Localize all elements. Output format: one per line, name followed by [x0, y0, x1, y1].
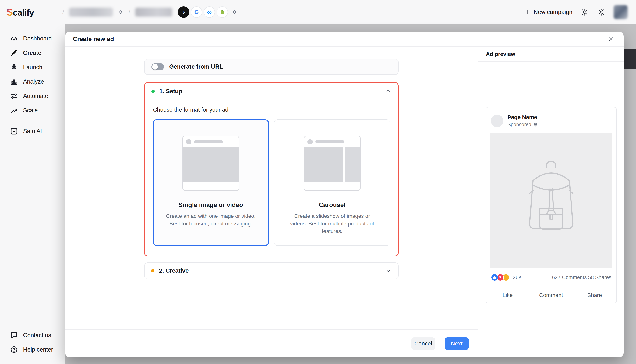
topbar-actions: New campaign [524, 5, 628, 19]
format-card-title: Single image or video [178, 202, 243, 208]
sidebar-item-dashboard[interactable]: Dashboard [0, 32, 65, 46]
generate-from-url-toggle[interactable] [151, 63, 164, 70]
cancel-button[interactable]: Cancel [411, 337, 435, 350]
page-name: Page Name [507, 114, 538, 120]
modal-title: Create new ad [73, 36, 114, 42]
reactions-count: 26K [513, 274, 522, 280]
create-new-ad-modal: Create new ad Generate from URL 1. Setup [65, 32, 623, 358]
sponsored-label: Sponsored [507, 122, 531, 128]
channel-updown-icon[interactable] [232, 9, 237, 15]
format-question: Choose the format for your ad [153, 106, 390, 113]
sparkle-icon [10, 127, 18, 136]
mockup-footer [304, 182, 360, 190]
mockup-header [304, 136, 360, 148]
creative-status-dot [151, 269, 154, 272]
ad-image-placeholder [490, 133, 612, 268]
page-avatar [491, 114, 503, 127]
sliders-icon [10, 92, 18, 100]
chevron-up-icon[interactable] [385, 88, 392, 95]
format-card-description: Create an ad with one image or video. Be… [154, 212, 268, 228]
creative-label: 2. Creative [159, 267, 189, 274]
account-selector-redacted[interactable] [135, 8, 172, 17]
setup-section: 1. Setup Choose the format for your ad [144, 82, 399, 256]
next-button[interactable]: Next [445, 337, 469, 350]
theme-toggle-sun-icon[interactable] [581, 8, 589, 16]
mockup-image-block [183, 148, 239, 182]
trend-up-icon [10, 106, 18, 114]
chevron-down-icon[interactable] [385, 267, 392, 274]
ad-preview-title: Ad preview [478, 47, 623, 62]
comments-shares-count: 627 Comments 58 Shares [552, 274, 611, 280]
sidebar-item-analyze[interactable]: Analyze [0, 74, 65, 89]
ad-preview-panel: Ad preview Page Name Sponsored [478, 47, 623, 358]
chat-bubble-icon [10, 331, 18, 340]
sidebar-item-label: Contact us [23, 332, 51, 339]
format-card-title: Carousel [319, 202, 346, 208]
channel-icons: ♪ G ∞ [178, 6, 237, 18]
setup-section-body: Choose the format for your ad [145, 100, 398, 256]
mockup-carousel-blocks [304, 148, 360, 182]
globe-icon [533, 122, 538, 127]
google-icon[interactable]: G [191, 6, 202, 18]
logo-text: calify [13, 7, 34, 18]
new-campaign-button[interactable]: New campaign [524, 9, 572, 16]
topbar: Scalify / / ♪ G ∞ New campaign [0, 0, 636, 24]
new-campaign-label: New campaign [534, 9, 572, 16]
sidebar-item-create[interactable]: Create [0, 46, 65, 60]
sidebar-item-label: Analyze [23, 78, 44, 85]
meta-icon[interactable]: ∞ [204, 6, 215, 18]
sidebar-item-sato-ai[interactable]: Sato AI [0, 124, 65, 138]
creative-section-header[interactable]: 2. Creative [144, 262, 399, 279]
sidebar-item-scale[interactable]: Scale [0, 103, 65, 118]
user-avatar[interactable] [614, 5, 628, 19]
help-circle-icon [10, 346, 18, 354]
like-action[interactable]: Like [486, 292, 529, 298]
ad-preview-body: Page Name Sponsored [478, 62, 623, 358]
mockup-title-line [315, 140, 344, 143]
gauge-icon [10, 34, 18, 43]
carousel-mockup [304, 136, 361, 191]
rocket-icon [10, 63, 18, 72]
bar-chart-icon [10, 78, 18, 86]
tiktok-icon[interactable]: ♪ [178, 6, 189, 18]
carousel-slide-2 [345, 148, 360, 182]
sidebar-item-label: Create [23, 50, 42, 56]
breadcrumb-separator: / [129, 8, 130, 16]
comment-action[interactable]: Comment [529, 292, 573, 298]
generate-from-url-label: Generate from URL [169, 63, 223, 70]
modal-main-column: Generate from URL 1. Setup Choose the fo… [65, 47, 478, 358]
sidebar-item-label: Launch [23, 64, 42, 71]
modal-footer: Cancel Next [65, 330, 478, 358]
like-reaction-icon [491, 274, 498, 281]
mockup-footer [183, 182, 239, 190]
shopify-icon[interactable] [216, 6, 228, 18]
mockup-avatar [186, 139, 191, 144]
toggle-knob [152, 64, 158, 70]
sidebar-item-label: Help center [23, 346, 53, 353]
sidebar-item-help-center[interactable]: Help center [0, 342, 65, 357]
close-button[interactable] [606, 34, 617, 44]
sidebar-item-label: Automate [23, 93, 48, 100]
ad-actions-row: Like Comment Share [486, 288, 616, 303]
plus-icon [524, 9, 531, 16]
sidebar-item-label: Sato AI [23, 128, 42, 135]
selector-updown-icon[interactable] [118, 9, 124, 15]
setup-section-header[interactable]: 1. Setup [145, 83, 398, 100]
carousel-slide-1 [304, 148, 343, 182]
share-action[interactable]: Share [573, 292, 616, 298]
sidebar-item-automate[interactable]: Automate [0, 89, 65, 103]
pen-icon [10, 49, 18, 57]
backpack-illustration [510, 151, 593, 250]
generate-from-url-card: Generate from URL [144, 59, 399, 75]
sidebar-item-contact-us[interactable]: Contact us [0, 328, 65, 342]
format-card-carousel[interactable]: Carousel Create a slideshow of images or… [274, 119, 390, 246]
scalify-logo[interactable]: Scalify [7, 6, 34, 18]
setup-label: 1. Setup [159, 88, 182, 95]
workspace-selector-redacted[interactable] [69, 8, 113, 17]
settings-gear-icon[interactable] [597, 8, 605, 16]
format-card-single-image[interactable]: Single image or video Create an ad with … [153, 119, 269, 246]
sidebar-item-launch[interactable]: Launch [0, 60, 65, 74]
breadcrumb: / / [62, 8, 172, 17]
ad-preview-card: Page Name Sponsored [486, 107, 617, 303]
modal-body: Generate from URL 1. Setup Choose the fo… [65, 47, 623, 358]
